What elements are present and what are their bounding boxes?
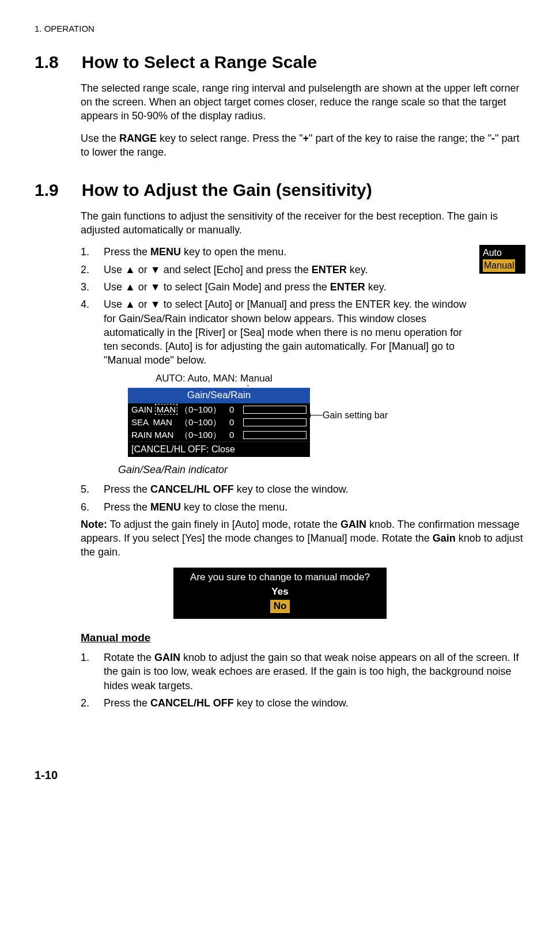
- auto-manual-inset: Auto Manual: [479, 245, 525, 273]
- figure-caption: Gain/Sea/Rain indicator: [81, 463, 265, 477]
- gsr-row-gain: GAIN MAN （0~100） 0: [128, 403, 310, 416]
- section-number-1-9: 1.9: [35, 179, 59, 202]
- gsr-row-rain: RAIN MAN （0~100） 0: [128, 429, 310, 441]
- label-auto-man: AUTO: Auto, MAN: Manual: [156, 372, 525, 385]
- gsr-window: Gain/Sea/Rain GAIN MAN （0~100） 0 SEA MAN…: [127, 387, 311, 458]
- gain-bar-callout: Gain setting bar: [323, 409, 388, 422]
- manual-steps-list: 1. Rotate the GAIN knob to adjust the ga…: [81, 651, 525, 710]
- confirm-dialog: Are you sure to change to manual mode? Y…: [173, 568, 387, 619]
- gsr-row-sea: SEA MAN （0~100） 0: [128, 416, 310, 429]
- list-item: 4. Use ▲ or ▼ to select [Auto] or [Manua…: [81, 297, 525, 367]
- ordered-list-continued: 5. Press the CANCEL/HL OFF key to close …: [81, 482, 525, 514]
- para-1-9-intro: The gain functions to adjust the sensiti…: [81, 209, 525, 237]
- manual-option: Manual: [483, 259, 515, 272]
- manual-mode-heading: Manual mode: [81, 630, 525, 645]
- rain-bar: [243, 431, 307, 439]
- para-1-8-2: Use the RANGE key to select range. Press…: [81, 131, 525, 160]
- gsr-footer: [CANCEL/HL OFF: Close: [128, 441, 310, 457]
- section-gain: 1.9 How to Adjust the Gain (sensitivity)…: [35, 179, 525, 710]
- para-1-8-1: The selected range scale, range ring int…: [81, 81, 525, 123]
- gain-bar: [243, 406, 307, 414]
- gsr-figure: AUTO: Auto, MAN: Manual Gain/Sea/Rain GA…: [81, 372, 525, 458]
- note-paragraph: Note: To adjust the gain finely in [Auto…: [81, 517, 525, 560]
- confirm-question: Are you sure to change to manual mode?: [179, 571, 381, 584]
- list-item: 2. Press the CANCEL/HL OFF key to close …: [81, 696, 525, 710]
- ordered-list-1-9: Auto Manual 1. Press the MENU key to ope…: [81, 245, 525, 367]
- running-header: 1. OPERATION: [35, 23, 525, 35]
- section-number-1-8: 1.8: [35, 51, 59, 74]
- sea-bar: [243, 418, 307, 426]
- list-item: 1. Press the MENU key to open the menu.: [81, 245, 525, 259]
- list-item: 6. Press the MENU key to close the menu.: [81, 500, 525, 514]
- section-title-1-8: How to Select a Range Scale: [82, 51, 317, 74]
- page-number: 1-10: [35, 768, 525, 783]
- list-item: 2. Use ▲ or ▼ and select [Echo] and pres…: [81, 263, 525, 277]
- section-range-scale: 1.8 How to Select a Range Scale The sele…: [35, 51, 525, 159]
- confirm-yes: Yes: [179, 585, 381, 599]
- arrow-icon: [310, 415, 323, 415]
- gsr-title: Gain/Sea/Rain: [128, 388, 310, 403]
- confirm-no: No: [270, 600, 290, 613]
- list-item: 5. Press the CANCEL/HL OFF key to close …: [81, 482, 525, 496]
- list-item: 3. Use ▲ or ▼ to select [Gain Mode] and …: [81, 280, 525, 294]
- list-item: 1. Rotate the GAIN knob to adjust the ga…: [81, 651, 525, 693]
- section-title-1-9: How to Adjust the Gain (sensitivity): [82, 179, 372, 202]
- auto-option: Auto: [483, 247, 522, 259]
